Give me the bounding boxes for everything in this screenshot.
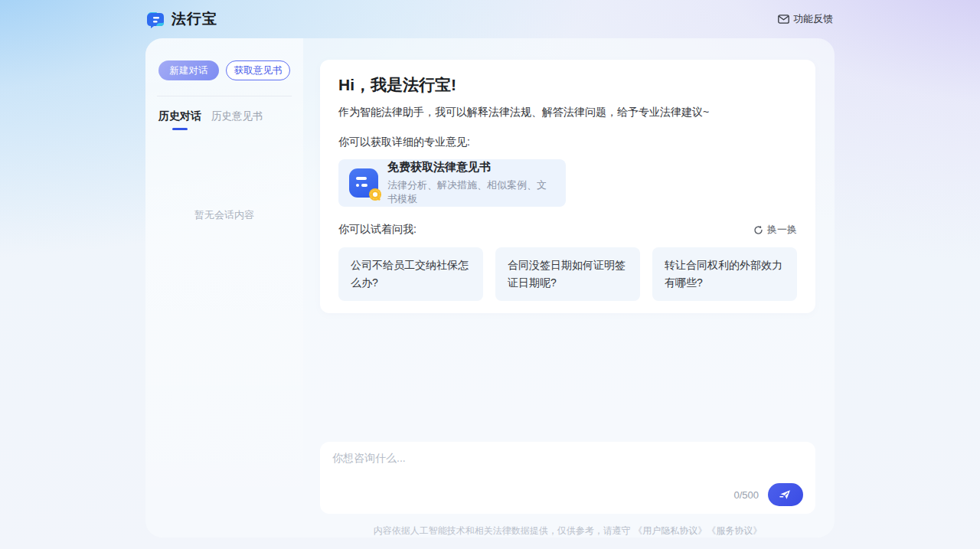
send-icon bbox=[779, 489, 792, 500]
new-chat-button[interactable]: 新建对话 bbox=[158, 60, 219, 80]
char-counter: 0/500 bbox=[733, 489, 759, 501]
welcome-subtitle: 作为智能法律助手，我可以解释法律法规、解答法律问题，给予专业法律建议~ bbox=[338, 106, 797, 119]
top-bar: 法行宝 功能反馈 bbox=[0, 0, 980, 38]
privacy-policy-link[interactable]: 《用户隐私协议》 bbox=[633, 525, 707, 536]
free-opinion-card[interactable]: 免费获取法律意见书 法律分析、解决措施、相似案例、文书模板 bbox=[338, 159, 566, 207]
get-opinion-button[interactable]: 获取意见书 bbox=[226, 60, 290, 80]
refresh-questions-button[interactable]: 换一换 bbox=[753, 223, 797, 237]
sidebar: 新建对话 获取意见书 历史对话 历史意见书 暂无会话内容 bbox=[145, 38, 303, 538]
feedback-button[interactable]: 功能反馈 bbox=[778, 12, 833, 26]
tab-history-chats[interactable]: 历史对话 bbox=[158, 109, 201, 130]
opinion-card-title: 免费获取法律意见书 bbox=[387, 160, 555, 175]
chat-spacer bbox=[320, 313, 815, 442]
sidebar-divider bbox=[157, 96, 292, 96]
disclaimer: 内容依据人工智能技术和相关法律数据提供，仅供参考，请遵守 《用户隐私协议》《服务… bbox=[320, 514, 815, 538]
envelope-icon bbox=[778, 15, 789, 24]
message-input[interactable] bbox=[332, 452, 803, 483]
brand-logo-icon bbox=[145, 9, 166, 30]
brand: 法行宝 bbox=[145, 9, 217, 30]
composer-card: 0/500 bbox=[320, 442, 815, 514]
welcome-card: Hi，我是法行宝! 作为智能法律助手，我可以解释法律法规、解答法律问题，给予专业… bbox=[320, 60, 815, 313]
opinion-card-text: 免费获取法律意见书 法律分析、解决措施、相似案例、文书模板 bbox=[387, 160, 555, 206]
opinion-card-desc: 法律分析、解决措施、相似案例、文书模板 bbox=[387, 178, 555, 206]
question-card[interactable]: 转让合同权利的外部效力有哪些? bbox=[652, 247, 797, 301]
terms-link[interactable]: 《服务协议》 bbox=[707, 525, 762, 536]
tab-history-opinions[interactable]: 历史意见书 bbox=[211, 109, 263, 130]
main-panel: 新建对话 获取意见书 历史对话 历史意见书 暂无会话内容 Hi，我是法行宝! 作… bbox=[145, 38, 835, 538]
refresh-label: 换一换 bbox=[767, 223, 797, 237]
disclaimer-text: 内容依据人工智能技术和相关法律数据提供，仅供参考，请遵守 bbox=[374, 525, 633, 536]
question-card[interactable]: 公司不给员工交纳社保怎么办? bbox=[338, 247, 483, 301]
ask-section-label: 你可以试着问我: bbox=[338, 223, 416, 237]
brand-name: 法行宝 bbox=[172, 9, 217, 29]
welcome-title: Hi，我是法行宝! bbox=[338, 74, 797, 96]
chat-area: Hi，我是法行宝! 作为智能法律助手，我可以解释法律法规、解答法律问题，给予专业… bbox=[303, 38, 835, 538]
sidebar-tabs: 历史对话 历史意见书 bbox=[158, 109, 290, 130]
sidebar-empty-state: 暂无会话内容 bbox=[158, 208, 290, 222]
opinion-section-label: 你可以获取详细的专业意见: bbox=[338, 136, 797, 149]
send-button[interactable] bbox=[768, 483, 803, 506]
refresh-icon bbox=[753, 225, 763, 235]
question-card[interactable]: 合同没签日期如何证明签证日期呢? bbox=[495, 247, 640, 301]
document-search-icon bbox=[349, 168, 378, 198]
feedback-label: 功能反馈 bbox=[793, 12, 833, 26]
suggested-questions: 公司不给员工交纳社保怎么办? 合同没签日期如何证明签证日期呢? 转让合同权利的外… bbox=[338, 247, 797, 301]
